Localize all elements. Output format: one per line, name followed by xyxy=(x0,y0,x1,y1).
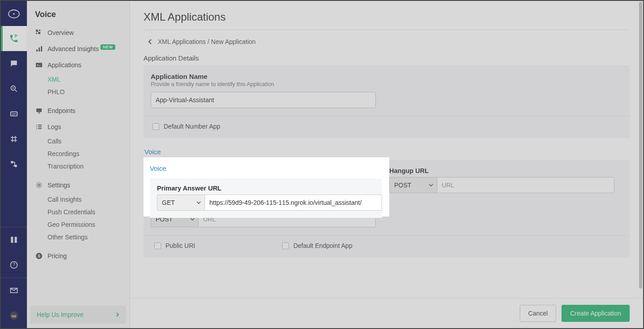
rail-account-icon[interactable]: NS xyxy=(1,303,27,328)
cancel-button[interactable]: Cancel xyxy=(520,305,557,322)
svg-line-6 xyxy=(15,90,17,92)
primary-answer-url-label: Primary Answer URL xyxy=(151,167,376,174)
svg-rect-24 xyxy=(41,46,42,52)
sidebar-subitem-push-credentials[interactable]: Push Credentials xyxy=(27,206,130,218)
rail-numbers-icon[interactable] xyxy=(1,126,27,152)
checkbox-icon xyxy=(154,242,161,249)
default-number-app-checkbox[interactable]: Default Number App xyxy=(151,123,622,130)
terminal-icon xyxy=(35,61,43,69)
svg-rect-23 xyxy=(39,48,40,52)
default-endpoint-app-checkbox[interactable]: Default Endpoint App xyxy=(280,242,352,249)
sidebar-item-advanced-insights[interactable]: Advanced Insights NEW xyxy=(27,41,130,57)
svg-rect-29 xyxy=(38,125,42,126)
hangup-method-select[interactable]: POST xyxy=(389,177,437,193)
application-name-input[interactable] xyxy=(151,92,376,108)
footer-actions: Cancel Create Application xyxy=(130,298,643,328)
sidebar-subitem-xml[interactable]: XML xyxy=(27,73,130,86)
chevron-down-icon xyxy=(190,183,195,187)
brand-logo-icon[interactable] xyxy=(1,1,27,26)
svg-point-28 xyxy=(36,125,37,126)
public-uri-checkbox[interactable]: Public URI xyxy=(152,242,195,249)
hangup-url-input[interactable] xyxy=(437,177,614,193)
app-name-label: Application Name xyxy=(151,73,622,80)
app-name-hint: Provide a friendly name to identify this… xyxy=(151,81,622,87)
rail-flow-icon[interactable] xyxy=(1,152,27,177)
sidebar-item-label: Endpoints xyxy=(48,107,122,114)
sidebar-subitem-transcription[interactable]: Transcription xyxy=(27,160,130,173)
primary-method-select[interactable]: GET xyxy=(151,177,198,193)
svg-point-32 xyxy=(36,128,37,129)
rail-docs-icon[interactable] xyxy=(1,227,27,252)
create-application-button[interactable]: Create Application xyxy=(561,305,630,322)
checkbox-label: Public URI xyxy=(165,242,195,249)
sidebar-subitem-recordings[interactable]: Recordings xyxy=(27,147,130,160)
svg-text:SIP: SIP xyxy=(12,113,16,116)
fallback-url-label: Fallback Answer URL xyxy=(151,201,622,208)
chevron-down-icon xyxy=(429,183,433,187)
page-title: XML Applications xyxy=(144,11,630,30)
svg-rect-20 xyxy=(36,33,37,34)
sidebar-item-applications[interactable]: Applications xyxy=(27,57,130,73)
sidebar-item-settings[interactable]: Settings xyxy=(27,177,130,193)
icon-rail: SIP ? NS xyxy=(1,1,27,328)
rail-lookup-icon[interactable] xyxy=(1,76,27,101)
svg-rect-27 xyxy=(38,113,40,113)
rail-sip-icon[interactable]: SIP xyxy=(1,101,27,126)
sidebar-item-endpoints[interactable]: Endpoints xyxy=(27,103,130,119)
fallback-method-select[interactable]: POST xyxy=(151,211,198,227)
rail-mail-icon[interactable] xyxy=(1,278,27,303)
svg-rect-18 xyxy=(36,30,38,32)
sidebar-item-label: Applications xyxy=(48,61,122,69)
breadcrumb: XML Applications / New Application xyxy=(144,30,630,53)
svg-point-3 xyxy=(13,9,14,10)
sidebar-item-label: Logs xyxy=(48,123,122,130)
bar-chart-icon xyxy=(35,45,43,53)
svg-rect-26 xyxy=(36,108,42,112)
method-value: GET xyxy=(156,182,169,189)
primary-url-input[interactable] xyxy=(198,177,376,193)
rail-messaging-icon[interactable] xyxy=(1,51,27,76)
section-application-details: Application Details xyxy=(144,54,630,62)
new-badge: NEW xyxy=(100,44,115,50)
sidebar-subitem-geo-permissions[interactable]: Geo Permissions xyxy=(27,218,130,231)
checkbox-icon xyxy=(152,123,159,130)
dollar-icon: $ xyxy=(35,252,43,260)
sidebar: Voice Overview Advanced Insights NEW App… xyxy=(27,1,130,328)
voice-section-title: Voice xyxy=(144,148,630,156)
sidebar-title: Voice xyxy=(27,1,130,25)
sidebar-subitem-calls[interactable]: Calls xyxy=(27,135,130,147)
gear-icon xyxy=(35,181,43,189)
sidebar-item-pricing[interactable]: $ Pricing xyxy=(27,248,130,264)
back-chevron-icon[interactable] xyxy=(148,39,152,44)
sidebar-item-overview[interactable]: Overview xyxy=(27,25,130,41)
sidebar-item-logs[interactable]: Logs xyxy=(27,119,130,135)
sidebar-subitem-other-settings[interactable]: Other Settings xyxy=(27,231,130,243)
scrollbar-thumb[interactable] xyxy=(639,2,642,289)
svg-rect-22 xyxy=(36,49,38,52)
rail-voice-icon[interactable] xyxy=(1,26,27,51)
voice-card: Primary Answer URL GET Hangup URL xyxy=(144,160,630,257)
svg-point-30 xyxy=(36,126,37,127)
checkbox-label: Default Endpoint App xyxy=(293,242,352,249)
endpoint-icon xyxy=(35,107,43,115)
checkbox-label: Default Number App xyxy=(164,123,220,130)
svg-point-4 xyxy=(15,10,16,11)
sidebar-item-label: Advanced Insights NEW xyxy=(48,45,122,52)
svg-rect-31 xyxy=(38,126,42,127)
svg-point-1 xyxy=(13,13,15,14)
chevron-down-icon xyxy=(190,217,195,221)
sidebar-item-label: Settings xyxy=(48,182,122,189)
method-value: POST xyxy=(394,182,411,189)
rail-help-icon[interactable]: ? xyxy=(1,252,27,277)
list-icon xyxy=(35,123,43,131)
sidebar-subitem-phlo[interactable]: PHLO xyxy=(27,86,130,98)
breadcrumb-text: XML Applications / New Application xyxy=(158,38,256,45)
sidebar-subitem-call-insights[interactable]: Call Insights xyxy=(27,193,130,206)
help-us-improve-button[interactable]: Help Us Improve xyxy=(30,306,126,324)
fallback-url-input[interactable] xyxy=(198,211,376,227)
dashboard-icon xyxy=(35,29,43,37)
method-value: POST xyxy=(156,216,173,223)
sidebar-item-label: Pricing xyxy=(48,252,122,260)
chevron-right-icon xyxy=(115,312,120,317)
main-content: XML Applications XML Applications / New … xyxy=(130,1,643,328)
